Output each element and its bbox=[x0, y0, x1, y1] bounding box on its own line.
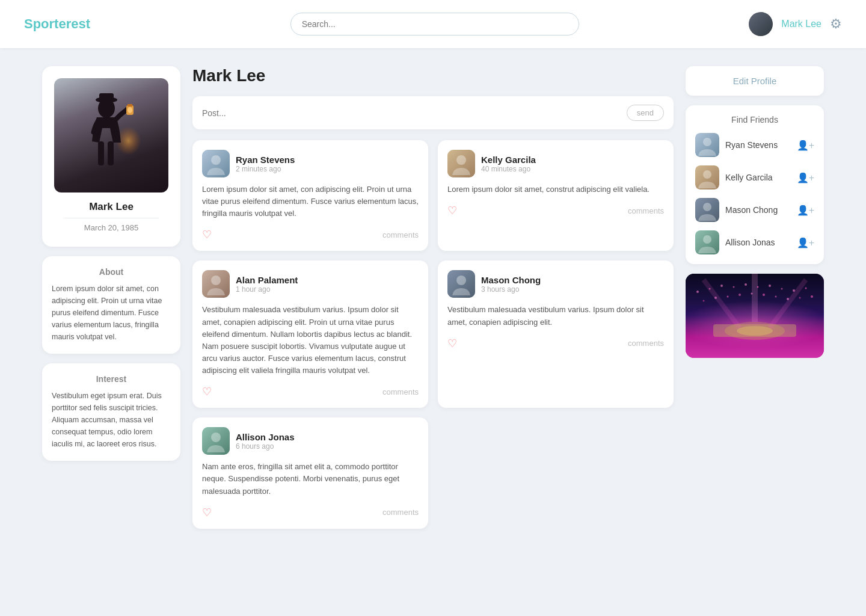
interest-text: Vestibulum eget ipsum erat. Duis porttit… bbox=[52, 390, 171, 450]
post-card: Allison Jonas 6 hours ago Nam ante eros,… bbox=[192, 417, 428, 528]
svg-point-24 bbox=[703, 203, 711, 211]
find-friends-card: Find Friends Ryan Stevens 👤+ bbox=[686, 105, 824, 264]
post-time: 6 hours ago bbox=[236, 442, 295, 451]
post-actions: ♡ comments bbox=[447, 337, 664, 350]
post-input-bar: send bbox=[192, 96, 674, 129]
post-author-avatar bbox=[447, 270, 475, 298]
post-author-info: Ryan Stevens 2 minutes ago bbox=[236, 155, 295, 173]
svg-point-33 bbox=[769, 285, 771, 287]
post-author-name: Allison Jonas bbox=[236, 432, 295, 442]
profile-card: Mark Lee March 20, 1985 bbox=[42, 66, 180, 247]
settings-icon[interactable]: ⚙ bbox=[830, 16, 842, 32]
post-actions: ♡ comments bbox=[202, 385, 419, 398]
comments-button[interactable]: comments bbox=[382, 387, 419, 396]
post-text: Lorem ipsum dolor sit amet, con adipisci… bbox=[202, 183, 419, 220]
post-author-avatar bbox=[202, 150, 230, 177]
friend-name: Ryan Stevens bbox=[725, 140, 791, 150]
page-title: Mark Lee bbox=[192, 66, 674, 85]
search-input[interactable] bbox=[290, 13, 579, 35]
about-card: About Lorem ipsum dolor sit amet, con ad… bbox=[42, 256, 180, 354]
stadium-image bbox=[686, 274, 824, 358]
profile-silhouette bbox=[75, 81, 147, 186]
like-button[interactable]: ♡ bbox=[202, 228, 212, 241]
svg-point-30 bbox=[733, 286, 735, 288]
post-author-avatar bbox=[202, 427, 230, 455]
post-card: Alan Palament 1 hour ago Vestibulum male… bbox=[192, 260, 428, 408]
post-time: 1 hour ago bbox=[236, 285, 298, 294]
post-card: Mason Chong 3 hours ago Vestibulum males… bbox=[438, 260, 674, 408]
like-button[interactable]: ♡ bbox=[202, 506, 212, 519]
stadium-lights bbox=[686, 274, 824, 358]
post-author-info: Allison Jonas 6 hours ago bbox=[236, 432, 295, 451]
svg-rect-4 bbox=[98, 141, 104, 165]
profile-name: Mark Lee bbox=[89, 201, 134, 213]
interest-title: Interest bbox=[52, 374, 171, 384]
svg-point-16 bbox=[456, 276, 466, 285]
post-input[interactable] bbox=[202, 108, 619, 118]
svg-point-12 bbox=[456, 155, 466, 165]
friend-avatar bbox=[695, 230, 719, 254]
post-author-row: Kelly Garcila 40 minutes ago bbox=[447, 150, 664, 177]
svg-rect-7 bbox=[127, 104, 132, 106]
add-friend-button[interactable]: 👤+ bbox=[797, 140, 814, 151]
friend-avatar bbox=[695, 198, 719, 222]
svg-point-18 bbox=[211, 433, 221, 442]
svg-point-46 bbox=[811, 295, 813, 298]
post-author-row: Alan Palament 1 hour ago bbox=[202, 270, 419, 298]
like-button[interactable]: ♡ bbox=[447, 204, 457, 217]
comments-button[interactable]: comments bbox=[628, 339, 664, 348]
post-actions: ♡ comments bbox=[447, 204, 664, 217]
search-container bbox=[132, 13, 737, 35]
app-header: Sporterest Mark Lee ⚙ bbox=[0, 0, 866, 48]
svg-point-39 bbox=[727, 296, 729, 298]
post-actions: ♡ comments bbox=[202, 506, 419, 519]
svg-rect-3 bbox=[99, 93, 114, 102]
svg-point-43 bbox=[775, 296, 777, 298]
profile-divider bbox=[64, 218, 159, 218]
add-friend-button[interactable]: 👤+ bbox=[797, 237, 814, 248]
add-friend-button[interactable]: 👤+ bbox=[797, 172, 814, 183]
about-title: About bbox=[52, 267, 171, 277]
send-button[interactable]: send bbox=[627, 105, 664, 121]
like-button[interactable]: ♡ bbox=[447, 337, 457, 350]
post-author-name: Mason Chong bbox=[481, 275, 541, 285]
svg-point-48 bbox=[737, 326, 773, 336]
post-card: Kelly Garcila 40 minutes ago Lorem ipsum… bbox=[438, 140, 674, 251]
about-text: Lorem ipsum dolor sit amet, con adipisci… bbox=[52, 283, 171, 343]
post-author-name: Ryan Stevens bbox=[236, 155, 295, 165]
like-button[interactable]: ♡ bbox=[202, 385, 212, 398]
post-author-row: Ryan Stevens 2 minutes ago bbox=[202, 150, 419, 177]
comments-button[interactable]: comments bbox=[382, 230, 419, 239]
post-author-info: Kelly Garcila 40 minutes ago bbox=[481, 155, 536, 173]
comments-button[interactable]: comments bbox=[628, 206, 664, 215]
comments-button[interactable]: comments bbox=[382, 508, 419, 517]
svg-point-26 bbox=[703, 235, 711, 244]
add-friend-button[interactable]: 👤+ bbox=[797, 205, 814, 216]
friend-row: Kelly Garcila 👤+ bbox=[695, 165, 814, 189]
svg-point-20 bbox=[703, 138, 711, 146]
svg-point-27 bbox=[696, 291, 699, 293]
friend-row: Allison Jonas 👤+ bbox=[695, 230, 814, 254]
edit-profile-button[interactable]: Edit Profile bbox=[686, 66, 824, 96]
svg-point-37 bbox=[703, 300, 705, 302]
svg-point-8 bbox=[127, 107, 132, 113]
friend-name: Kelly Garcila bbox=[725, 173, 791, 182]
right-sidebar: Edit Profile Find Friends Ryan Stevens 👤… bbox=[686, 66, 824, 529]
header-username: Mark Lee bbox=[781, 19, 821, 29]
post-author-avatar bbox=[447, 150, 475, 177]
post-time: 2 minutes ago bbox=[236, 165, 295, 173]
svg-point-34 bbox=[781, 288, 783, 290]
post-author-row: Mason Chong 3 hours ago bbox=[447, 270, 664, 298]
interest-card: Interest Vestibulum eget ipsum erat. Dui… bbox=[42, 363, 180, 461]
avatar bbox=[749, 12, 773, 36]
svg-rect-5 bbox=[108, 141, 114, 165]
profile-birthday: March 20, 1985 bbox=[84, 223, 138, 232]
svg-point-45 bbox=[799, 297, 801, 299]
post-text: Vestibulum malesuada vestibulum varius. … bbox=[202, 304, 419, 377]
post-text: Vestibulum malesuada vestibulum varius. … bbox=[447, 304, 664, 328]
svg-point-22 bbox=[703, 170, 711, 179]
post-time: 3 hours ago bbox=[481, 285, 541, 294]
post-author-name: Kelly Garcila bbox=[481, 155, 536, 165]
profile-photo bbox=[54, 78, 168, 192]
post-card: Ryan Stevens 2 minutes ago Lorem ipsum d… bbox=[192, 140, 428, 251]
